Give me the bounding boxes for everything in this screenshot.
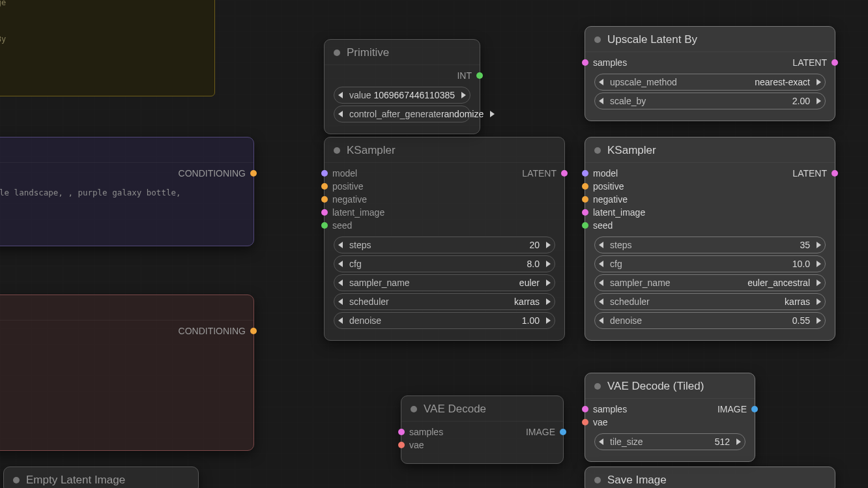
input-port-negative[interactable]: negative [592,194,645,205]
chevron-right-icon[interactable] [546,317,551,324]
node-collapse-dot[interactable] [594,147,601,154]
node-collapse-dot[interactable] [13,477,20,483]
input-port-samples[interactable]: samples [592,404,627,414]
output-port-latent[interactable]: LATENT [792,168,828,179]
node-collapse-dot[interactable] [334,50,340,56]
param-steps[interactable]: steps20 [334,237,555,253]
input-port-latent-image[interactable]: latent_image [331,207,384,218]
chevron-left-icon[interactable] [338,298,343,305]
output-port-image[interactable]: IMAGE [717,404,748,414]
param-control-after-generate[interactable]: control_after_generaterandomize [334,106,470,122]
node-title: KSampler [607,144,656,157]
node-empty-latent-image[interactable]: Empty Latent Image [3,466,199,488]
chevron-left-icon[interactable] [599,298,603,305]
output-port-conditioning[interactable]: CONDITIONING [179,168,247,179]
input-port-seed[interactable]: seed [592,220,645,231]
chevron-left-icon[interactable] [338,317,343,324]
node-save-image[interactable]: Save Image [585,466,835,488]
input-port-vae[interactable]: vae [408,440,443,450]
param-cfg[interactable]: cfg10.0 [594,255,826,272]
node-collapse-dot[interactable] [334,147,340,154]
node-title: Upscale Latent By [607,33,697,46]
node-ksampler-2[interactable]: KSampler modelpositivenegativelatent_ima… [585,137,835,341]
param-denoise[interactable]: denoise1.00 [334,312,555,329]
node-collapse-dot[interactable] [594,383,601,390]
node-vae-decode[interactable]: VAE Decode samplesvae IMAGE [401,395,564,464]
param-scale-by[interactable]: scale_by2.00 [594,93,826,109]
input-port-latent-image[interactable]: latent_image [592,207,645,218]
chevron-left-icon[interactable] [599,438,603,445]
chevron-right-icon[interactable] [546,261,551,267]
node-primitive[interactable]: Primitive INT value1069667446110385contr… [324,39,480,134]
chevron-left-icon[interactable] [599,98,603,104]
input-port-samples[interactable]: samples [592,57,627,68]
input-port-positive[interactable]: positive [331,181,384,192]
output-port-conditioning[interactable]: CONDITIONING [179,326,247,336]
node-collapse-dot[interactable] [594,477,601,483]
output-port-latent[interactable]: LATENT [522,168,558,179]
node-ksampler-1[interactable]: KSampler modelpositivenegativelatent_ima… [324,137,565,341]
chevron-right-icon[interactable] [817,317,821,324]
chevron-left-icon[interactable] [599,79,603,85]
node-title: Primitive [347,46,389,59]
param-steps[interactable]: steps35 [594,237,826,253]
param-value[interactable]: value1069667446110385 [334,87,470,104]
node-clip-text-encode-positive[interactable]: Encode (Prompt) CONDITIONING ery nature … [0,137,254,246]
chevron-left-icon[interactable] [338,261,343,267]
chevron-left-icon[interactable] [599,317,603,324]
node-title: KSampler [347,144,396,157]
node-title: Empty Latent Image [26,474,125,487]
chevron-right-icon[interactable] [461,92,466,98]
input-port-model[interactable]: model [592,168,645,179]
chevron-right-icon[interactable] [490,111,495,117]
node-vae-decode-tiled[interactable]: VAE Decode (Tiled) samplesvae IMAGE tile… [585,373,755,462]
chevron-left-icon[interactable] [599,242,603,248]
chevron-right-icon[interactable] [736,438,741,445]
node-clip-text-encode-negative[interactable]: Encode (Prompt) CONDITIONING [0,294,254,451]
input-port-negative[interactable]: negative [331,194,384,205]
param-cfg[interactable]: cfg8.0 [334,255,555,272]
output-port-image[interactable]: IMAGE [526,427,557,437]
param-tile-size[interactable]: tile_size512 [594,433,745,450]
chevron-right-icon[interactable] [546,242,551,248]
chevron-left-icon[interactable] [338,242,343,248]
prompt-text-area[interactable]: ery nature glass bottle landscape, , pur… [0,182,247,237]
node-title: Save Image [607,474,667,487]
param-scheduler[interactable]: schedulerkarras [334,293,555,310]
chevron-right-icon[interactable] [546,298,551,305]
sticky-note[interactable]: Image nt By 5~2 [0,0,215,96]
chevron-left-icon[interactable] [338,280,343,286]
param-sampler-name[interactable]: sampler_nameeuler [334,274,555,291]
param-sampler-name[interactable]: sampler_nameeuler_ancestral [594,274,826,291]
chevron-right-icon[interactable] [817,79,821,85]
chevron-right-icon[interactable] [817,298,821,305]
chevron-left-icon[interactable] [338,111,343,117]
output-port-latent[interactable]: LATENT [792,57,828,68]
chevron-right-icon[interactable] [817,98,821,104]
chevron-left-icon[interactable] [599,261,603,267]
node-title: VAE Decode [424,403,486,416]
chevron-right-icon[interactable] [817,242,821,248]
chevron-right-icon[interactable] [817,261,821,267]
chevron-right-icon[interactable] [817,280,821,286]
input-port-vae[interactable]: vae [592,417,627,427]
input-port-model[interactable]: model [331,168,384,179]
input-port-samples[interactable]: samples [408,427,443,437]
chevron-right-icon[interactable] [546,280,551,286]
node-title: VAE Decode (Tiled) [607,380,704,393]
output-port-int[interactable]: INT [457,70,473,81]
chevron-left-icon[interactable] [599,280,603,286]
node-collapse-dot[interactable] [594,36,601,43]
input-port-positive[interactable]: positive [592,181,645,192]
chevron-left-icon[interactable] [338,92,343,98]
node-upscale-latent-by[interactable]: Upscale Latent By samples LATENT upscale… [585,26,835,121]
input-port-seed[interactable]: seed [331,220,384,231]
param-upscale-method[interactable]: upscale_methodnearest-exact [594,74,826,91]
param-denoise[interactable]: denoise0.55 [594,312,826,329]
node-collapse-dot[interactable] [411,406,417,412]
param-scheduler[interactable]: schedulerkarras [594,293,826,310]
